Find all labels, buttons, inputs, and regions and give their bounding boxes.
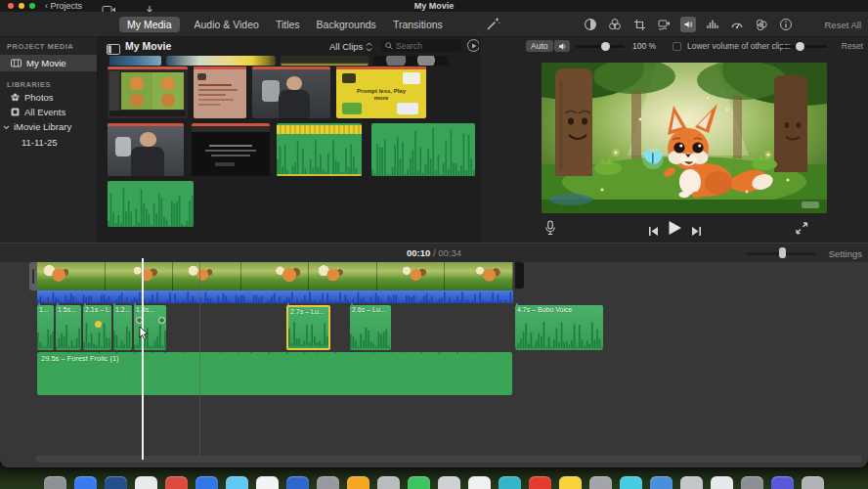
video-audio-waveform[interactable] <box>37 290 513 303</box>
dock-app-icon[interactable] <box>559 476 582 489</box>
dock-app-icon[interactable] <box>650 476 673 489</box>
color-correction-icon[interactable] <box>607 17 623 32</box>
search-input[interactable] <box>396 41 455 51</box>
fox-forest-scene <box>542 63 827 213</box>
lower-volume-slider-knob[interactable] <box>796 42 804 51</box>
dock-app-icon[interactable] <box>347 476 369 489</box>
fade-handle[interactable] <box>158 317 165 324</box>
music-clip-forest-frolic[interactable]: 29.5s – Forest Frolic (1) <box>37 352 512 395</box>
promo-thumbnail[interactable]: Prompt less, Play more <box>336 67 426 118</box>
dock-app-icon[interactable] <box>226 476 248 489</box>
audio-clip-3[interactable]: 2.1s – L... <box>83 305 111 350</box>
record-voiceover-button[interactable] <box>544 220 556 240</box>
dock-app-icon[interactable] <box>680 476 703 489</box>
clip-trim-handle-left[interactable] <box>29 262 37 290</box>
sidebar-item-my-movie[interactable]: My Movie <box>0 55 97 71</box>
dock-app-icon[interactable] <box>377 476 400 489</box>
reset-all-button[interactable]: Reset All <box>825 20 862 30</box>
dock-app-icon[interactable] <box>468 476 491 489</box>
audio-thumbnail[interactable] <box>371 123 475 176</box>
sidebar-item-all-events[interactable]: All Events <box>0 105 97 119</box>
audio-clip-bobo-voice[interactable]: 4.7s – Bobo Voice <box>515 305 603 350</box>
crop-icon[interactable] <box>631 17 647 32</box>
sidebar-item-photos[interactable]: Photos <box>0 90 97 105</box>
total-duration: / 00:34 <box>433 247 461 258</box>
audio-clip-2[interactable]: 1.5s... <box>56 305 81 350</box>
settings-button[interactable]: Settings <box>829 248 862 259</box>
clip-filter-dropdown[interactable]: All Clips <box>329 41 372 52</box>
tab-transitions[interactable]: Transitions <box>391 17 445 32</box>
video-thumbnail-fox-collage[interactable] <box>108 67 188 118</box>
audio-clip-4[interactable]: 1.2... <box>113 305 132 350</box>
lower-volume-checkbox[interactable] <box>673 42 681 51</box>
mute-button[interactable] <box>554 40 570 52</box>
promo-image-shape2 <box>397 103 418 114</box>
media-strip-thumbnail[interactable] <box>373 56 449 66</box>
dock-app-icon[interactable] <box>286 476 309 489</box>
previous-frame-button[interactable] <box>648 223 659 241</box>
webcam-video-thumbnail[interactable] <box>252 67 330 118</box>
playhead[interactable] <box>142 258 144 460</box>
imovie-window: ‹ Projects My Movie My Media Audio & Vid… <box>0 0 868 467</box>
enhance-wand-icon[interactable] <box>486 17 500 35</box>
noise-reduction-icon[interactable] <box>705 17 720 32</box>
info-icon[interactable] <box>778 17 794 32</box>
volume-slider-knob[interactable] <box>601 42 610 51</box>
sidebar-item-imovie-library[interactable]: iMovie Library <box>0 119 97 134</box>
screen-recording-thumbnail[interactable] <box>192 123 270 176</box>
dock-app-icon[interactable] <box>105 476 127 489</box>
search-field[interactable] <box>381 39 461 52</box>
timeline-zoom-knob[interactable] <box>779 247 786 258</box>
chevron-down-icon[interactable] <box>3 121 10 132</box>
dock-app-icon[interactable] <box>620 476 642 489</box>
tab-titles[interactable]: Titles <box>274 17 302 32</box>
volume-slider[interactable] <box>576 45 625 48</box>
volume-icon[interactable] <box>680 17 696 32</box>
webcam-video-thumbnail-2[interactable] <box>108 123 184 176</box>
video-filmstrip[interactable] <box>37 262 513 290</box>
fullscreen-button[interactable] <box>795 221 808 239</box>
dock-app-icon[interactable] <box>741 476 763 489</box>
dock-app-icon[interactable] <box>256 476 279 489</box>
stabilization-icon[interactable] <box>656 17 672 32</box>
audio-thumbnail-3[interactable] <box>108 181 194 227</box>
media-strip-thumbnail[interactable] <box>109 56 161 66</box>
dock[interactable] <box>0 476 868 489</box>
timeline-scrollbar[interactable] <box>35 456 862 463</box>
next-frame-button[interactable] <box>691 223 702 241</box>
media-strip-thumbnail[interactable] <box>166 56 276 66</box>
tab-audio-video[interactable]: Audio & Video <box>193 17 261 32</box>
dock-app-icon[interactable] <box>195 476 218 489</box>
auto-button[interactable]: Auto <box>526 40 553 52</box>
dock-app-icon[interactable] <box>589 476 612 489</box>
audio-clip-1[interactable]: 1... <box>37 305 54 350</box>
dock-app-icon[interactable] <box>771 476 794 489</box>
tab-backgrounds[interactable]: Backgrounds <box>315 17 378 32</box>
viewer-preview[interactable] <box>542 63 827 213</box>
document-thumbnail[interactable] <box>194 67 246 118</box>
dock-app-icon[interactable] <box>529 476 551 489</box>
color-balance-icon[interactable] <box>583 17 598 32</box>
dock-app-icon[interactable] <box>802 476 824 489</box>
dock-app-icon[interactable] <box>438 476 460 489</box>
dock-app-icon[interactable] <box>165 476 188 489</box>
tab-my-media[interactable]: My Media <box>119 17 180 32</box>
dock-app-icon[interactable] <box>499 476 521 489</box>
dock-app-icon[interactable] <box>711 476 733 489</box>
audio-clip-selected[interactable]: 2.7s – Lu... <box>286 305 330 350</box>
dock-app-icon[interactable] <box>135 476 157 489</box>
dock-app-icon[interactable] <box>44 476 66 489</box>
dock-app-icon[interactable] <box>408 476 430 489</box>
clip-filter-icon[interactable] <box>754 17 769 32</box>
media-strip-thumbnail[interactable] <box>281 56 369 66</box>
dock-app-icon[interactable] <box>74 476 97 489</box>
speed-icon[interactable] <box>729 17 745 32</box>
audio-clip-7[interactable]: 2.6s – Lu... <box>350 305 391 350</box>
dock-app-icon[interactable] <box>317 476 339 489</box>
clip-trim-handle-right[interactable] <box>515 262 524 289</box>
timeline[interactable]: 1... 1.5s... 2.1s – L... 1.2... 1.3s... <box>0 262 868 467</box>
play-button[interactable] <box>668 220 682 240</box>
reset-button[interactable]: Reset <box>842 41 863 51</box>
sidebar-item-event-11-11-25[interactable]: 11-11-25 <box>0 135 97 150</box>
audio-thumbnail-clipped[interactable] <box>277 123 362 176</box>
